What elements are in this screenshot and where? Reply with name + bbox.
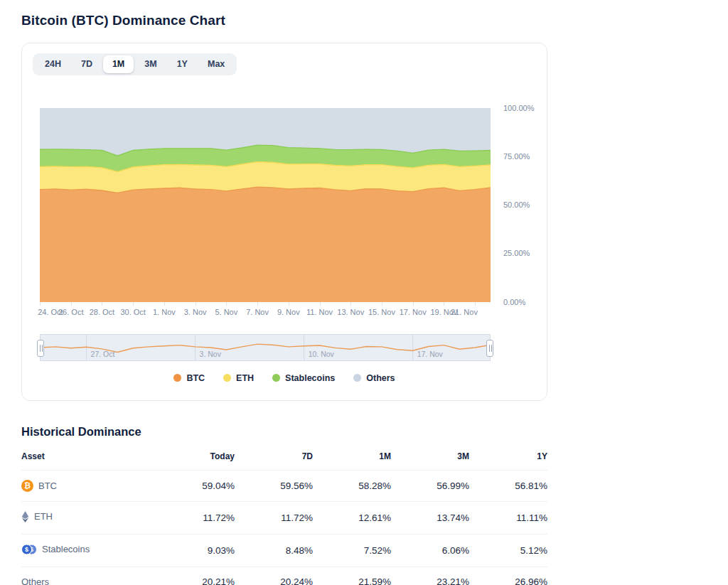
legend-swatch [272,374,280,382]
eth-1y: 11.11% [469,501,547,534]
y-axis-label: 50.00% [503,200,530,209]
navigator-right-handle[interactable] [486,340,493,357]
table-row-others: Others 20.21% 20.24% 21.59% 23.21% 26.96… [21,567,547,585]
column-header-7d: 7D [235,446,313,471]
chart-navigator[interactable]: 27. Oct3. Nov10. Nov17. Nov [40,334,491,361]
legend-item-btc[interactable]: BTC [173,373,205,383]
chart-area[interactable]: coingecko 100.00%75.00%50.00%25.00%0.00%… [40,108,491,361]
y-axis: 100.00%75.00%50.00%25.00%0.00% [498,108,542,302]
x-axis-tick [444,302,444,306]
dominance-area-chart[interactable] [40,108,491,302]
historical-dominance-title: Historical Dominance [21,425,547,439]
x-axis-tick [71,302,72,306]
asset-label: ETH [34,511,53,522]
y-axis-label: 25.00% [503,249,530,257]
page-container: Bitcoin (BTC) Dominance Chart 24H7D1M3M1… [21,13,547,585]
x-axis-tick [289,302,289,306]
range-button-3m[interactable]: 3M [135,55,166,73]
stablecoins-icon: $ $ [21,544,37,555]
x-axis-label: 15. Nov [368,308,395,316]
column-header-asset: Asset [21,446,156,471]
legend-label: ETH [236,373,254,383]
x-axis-label: 28. Oct [90,308,114,316]
time-range-selector: 24H7D1M3M1YMax [33,53,237,75]
stablecoins-1m: 7.52% [313,534,391,567]
x-axis-label: 3. Nov [184,308,207,316]
x-axis-tick [102,302,102,306]
legend-item-stablecoins[interactable]: Stablecoins [272,373,335,383]
legend-label: BTC [186,373,205,383]
table-row-stablecoins: $ $ Stablecoins 9.03% 8.48% 7.52% 6.06% … [21,534,547,567]
others-today: 20.21% [156,567,235,585]
x-axis-label: 21. Nov [451,308,478,316]
x-axis-label: 5. Nov [215,308,237,316]
page-title: Bitcoin (BTC) Dominance Chart [21,13,547,28]
chart-legend: BTCETHStablecoinsOthers [33,373,536,383]
y-axis-label: 75.00% [503,152,530,161]
legend-label: Stablecoins [285,373,335,383]
navigator-axis-label: 3. Nov [200,350,221,358]
btc-today: 59.04% [156,470,235,501]
x-axis-tick [40,302,41,306]
x-axis-label: 17. Nov [400,308,427,316]
eth-7d: 11.72% [235,501,313,534]
btc-1y: 56.81% [469,470,547,501]
stablecoins-1y: 5.12% [469,534,547,567]
x-axis-tick [164,302,165,306]
btc-7d: 59.56% [235,470,313,501]
x-axis-tick [413,302,414,306]
asset-label: Others [21,576,49,585]
table-header-row: Asset Today 7D 1M 3M 1Y [21,446,547,471]
legend-label: Others [366,373,395,383]
range-button-1m[interactable]: 1M [103,55,134,73]
navigator-axis-label: 17. Nov [417,350,443,358]
btc-icon: ₿ [21,480,33,492]
x-axis-label: 1. Nov [153,308,176,316]
btc-3m: 56.99% [391,470,469,501]
historical-dominance-table: Asset Today 7D 1M 3M 1Y ₿ BTC 59.04% 59.… [21,446,547,585]
eth-today: 11.72% [156,501,235,534]
eth-3m: 13.74% [391,501,469,534]
stablecoins-3m: 6.06% [391,534,469,567]
x-axis-tick [257,302,258,306]
navigator-axis-label: 27. Oct [91,350,115,358]
legend-swatch [353,374,361,382]
table-row-eth: ETH 11.72% 11.72% 12.61% 13.74% 11.11% [21,501,547,534]
asset-label: BTC [38,481,57,491]
table-row-btc: ₿ BTC 59.04% 59.56% 58.28% 56.99% 56.81% [21,470,547,501]
navigator-left-handle[interactable] [37,340,44,357]
range-button-max[interactable]: Max [198,55,234,73]
btc-1m: 58.28% [313,470,391,501]
navigator-axis-label: 10. Nov [309,350,334,358]
x-axis-label: 26. Oct [58,308,83,316]
column-header-3m: 3M [391,446,469,471]
y-axis-label: 0.00% [503,298,525,306]
others-3m: 23.21% [391,567,469,585]
legend-item-eth[interactable]: ETH [223,373,254,383]
dominance-chart-panel: 24H7D1M3M1YMax coingecko 100.00%75.00%50… [21,43,547,401]
column-header-1y: 1Y [469,446,547,471]
range-button-24h[interactable]: 24H [36,55,70,73]
column-header-today: Today [156,446,235,471]
legend-swatch [173,374,181,382]
x-axis-tick [475,302,476,306]
others-1y: 26.96% [469,567,547,585]
legend-item-others[interactable]: Others [353,373,395,383]
x-axis-tick [226,302,227,306]
x-axis-label: 9. Nov [277,308,300,316]
x-axis-label: 11. Nov [306,308,333,316]
x-axis-tick [196,302,196,306]
stablecoins-today: 9.03% [156,534,235,567]
stablecoins-7d: 8.48% [235,534,313,567]
x-axis-label: 7. Nov [246,308,269,316]
legend-swatch [223,374,231,382]
x-axis-tick [320,302,321,306]
x-axis-label: 13. Nov [337,308,364,316]
x-axis-tick [382,302,382,306]
column-header-1m: 1M [313,446,391,471]
range-button-7d[interactable]: 7D [72,55,102,73]
others-7d: 20.24% [235,567,313,585]
x-axis-tick [350,302,351,306]
x-axis-label: 30. Oct [120,308,145,316]
range-button-1y[interactable]: 1Y [168,55,197,73]
